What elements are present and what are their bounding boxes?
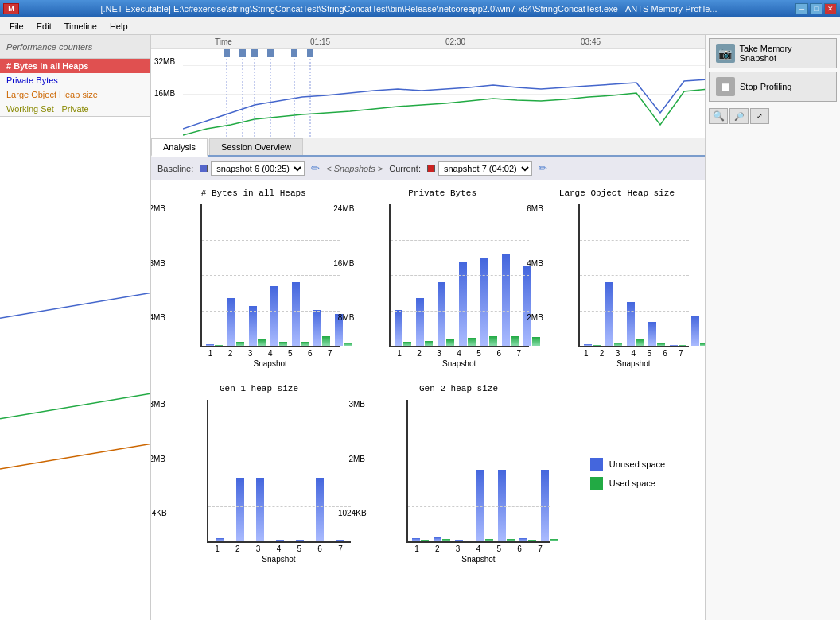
- chart-gen2-y-labels: 3MB 2MB 1024KB: [338, 400, 365, 564]
- pb-group-5: [480, 258, 497, 346]
- loh-3-blue: [627, 302, 635, 346]
- pb-1-blue: [395, 310, 402, 346]
- loh-5-green: [679, 345, 686, 346]
- sidebar-item-bytes-heaps[interactable]: # Bytes in all Heaps: [0, 59, 150, 73]
- pb-5-green: [489, 336, 497, 346]
- titlebar: M [.NET Executable] E:\c#exercise\string…: [0, 0, 840, 17]
- pb-2-blue: [416, 298, 424, 346]
- chart-private-bytes-x-labels: 1234567: [389, 349, 528, 358]
- pb-1-green: [403, 342, 411, 346]
- menu-edit[interactable]: Edit: [30, 20, 58, 33]
- legend-used-color: [590, 477, 603, 490]
- legend: Unused space Used space: [574, 442, 681, 506]
- baseline-color-indicator: [200, 165, 208, 172]
- zoom-out-button[interactable]: 🔎: [729, 108, 749, 124]
- zoom-fit-button[interactable]: ⤢: [750, 108, 769, 124]
- bar-4-green: [279, 342, 287, 346]
- pb-2-green: [425, 341, 433, 346]
- bar-1-green: [215, 345, 223, 346]
- chart-gen1-y-labels: 3MB 2MB 1024KB: [151, 400, 165, 564]
- bar-group-1: [206, 344, 223, 346]
- snapshots-mid-label: < Snapshots >: [326, 164, 383, 173]
- minimize-button[interactable]: ─: [795, 3, 808, 14]
- loh-group-6: [691, 316, 705, 346]
- sidebar-item-loh-size[interactable]: Large Object Heap size: [0, 87, 150, 102]
- bar-4-blue: [270, 286, 278, 346]
- g2-6-green: [528, 540, 536, 541]
- timeline-y2: 16MB: [154, 89, 175, 98]
- chart-gen2-x-title: Snapshot: [406, 555, 550, 564]
- loh-group-1: [584, 344, 601, 346]
- current-snapshot-box: snapshot 7 (04:02): [427, 161, 532, 176]
- chart-private-bytes-title: Private Bytes: [356, 188, 528, 198]
- pb-group-4: [459, 262, 476, 346]
- loh-3-green: [636, 339, 644, 346]
- stop-button-label: Stop Profiling: [740, 82, 791, 91]
- snapshot-memory-button[interactable]: 📷 Take Memory Snapshot: [709, 38, 837, 68]
- edit-baseline-icon[interactable]: ✏: [311, 162, 320, 174]
- pb-5-blue: [480, 258, 488, 346]
- loh-5-blue: [670, 345, 678, 346]
- g2-7-green: [550, 539, 558, 541]
- loh-6-green: [700, 343, 705, 346]
- g1-4-blue: [276, 540, 284, 541]
- chart-private-bytes-bars: [391, 204, 528, 346]
- tab-session-overview[interactable]: Session Overview: [209, 138, 303, 155]
- g2-4-green: [485, 539, 493, 541]
- g1-1-blue: [216, 538, 224, 541]
- chart-private-bytes-x-title: Snapshot: [389, 359, 528, 368]
- g1-3-blue: [256, 478, 264, 541]
- tab-analysis[interactable]: Analysis: [151, 138, 208, 157]
- maximize-button[interactable]: □: [810, 3, 822, 14]
- chart-loh-size: Large Object Heap size 6MB 4MB 2MB: [545, 188, 689, 368]
- current-label: Current:: [389, 164, 421, 173]
- window-controls: ─ □ ✕: [795, 3, 837, 14]
- charts-row-2: Gen 1 heap size 3MB 2MB 1024KB: [167, 384, 689, 564]
- chart-gen2-title: Gen 2 heap size: [367, 384, 550, 393]
- chart-loh-area: [578, 204, 689, 347]
- g2-group-6: [519, 538, 536, 541]
- charts-row-1: # Bytes in all Heaps 12MB 8MB 4MB: [167, 188, 689, 368]
- baseline-snapshot-select[interactable]: snapshot 6 (00:25): [211, 161, 305, 176]
- sidebar: Performance counters # Bytes in all Heap…: [0, 35, 151, 620]
- g1-5-blue: [296, 540, 304, 541]
- g2-group-7: [541, 470, 558, 541]
- pb-group-3: [438, 282, 454, 346]
- sidebar-item-working-set[interactable]: Working Set - Private: [0, 102, 150, 116]
- bar-5-blue: [292, 282, 300, 346]
- current-snapshot-select[interactable]: snapshot 7 (04:02): [438, 161, 532, 176]
- g2-group-4: [476, 470, 493, 541]
- menu-help[interactable]: Help: [103, 20, 134, 33]
- chart-loh-x-labels: 1234567: [578, 349, 689, 358]
- chart-gen1: Gen 1 heap size 3MB 2MB 1024KB: [167, 384, 351, 564]
- timeline-label-start: Time: [215, 37, 232, 46]
- sidebar-item-private-bytes[interactable]: Private Bytes: [0, 73, 150, 87]
- bar-2-green: [236, 342, 244, 346]
- g2-4-blue: [476, 470, 484, 541]
- stop-profiling-button[interactable]: ⏹ Stop Profiling: [709, 72, 837, 102]
- loh-group-4: [648, 322, 665, 346]
- chart-bytes-heaps-title: # Bytes in all Heaps: [167, 188, 340, 198]
- loh-2-blue: [605, 282, 613, 346]
- zoom-bar: 🔍 🔎 ⤢: [709, 108, 837, 124]
- bar-5-green: [301, 342, 309, 346]
- chart-gen2: Gen 2 heap size 3MB 2MB 1024KB: [367, 384, 550, 564]
- chart-bytes-heaps-area: [200, 204, 340, 347]
- menu-file[interactable]: File: [3, 20, 30, 33]
- g1-group-1: [216, 538, 224, 541]
- g1-group-6: [316, 478, 324, 541]
- timeline-label-1: 01:15: [310, 37, 330, 46]
- chart-bytes-heaps: # Bytes in all Heaps 12MB 8MB 4MB: [167, 188, 340, 368]
- loh-4-blue: [648, 322, 656, 346]
- main-layout: Performance counters # Bytes in all Heap…: [0, 35, 840, 620]
- chart-private-bytes: Private Bytes 24MB 16MB 8MB: [356, 188, 528, 368]
- close-button[interactable]: ✕: [824, 3, 837, 14]
- edit-current-icon[interactable]: ✏: [539, 162, 547, 174]
- g2-5-green: [507, 539, 515, 541]
- chart-gen2-bars: [408, 400, 550, 541]
- svg-line-0: [0, 293, 150, 319]
- bar-group-2: [228, 298, 244, 346]
- menu-timeline[interactable]: Timeline: [58, 20, 103, 33]
- zoom-in-button[interactable]: 🔍: [709, 108, 728, 124]
- chart-private-bytes-y-labels: 24MB 16MB 8MB: [327, 204, 354, 368]
